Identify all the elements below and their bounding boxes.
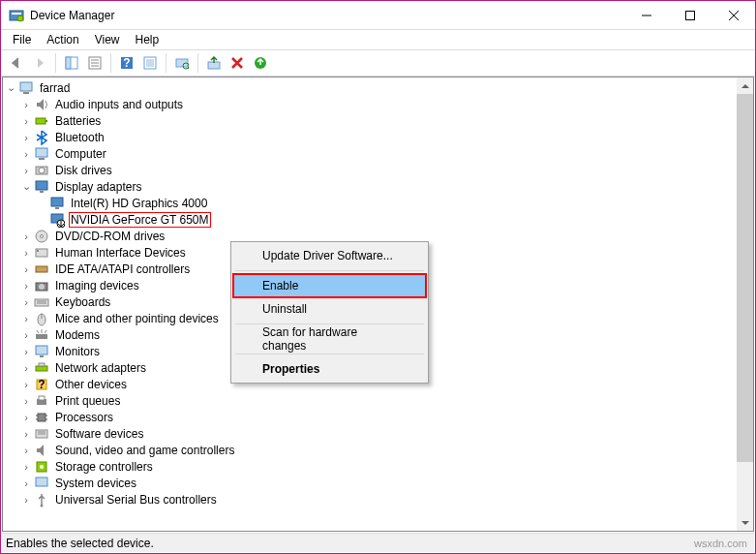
tree-node-system[interactable]: ›System devices — [3, 475, 753, 491]
tree-node-batteries[interactable]: ›Batteries — [3, 112, 753, 129]
enable-button[interactable] — [249, 51, 272, 75]
tree-node-intel-gpu[interactable]: Intel(R) HD Graphics 4000 — [3, 195, 753, 211]
svg-rect-33 — [55, 207, 59, 209]
node-label: Universal Serial Bus controllers — [53, 492, 219, 508]
scroll-up-button[interactable] — [737, 77, 753, 94]
tree-node-storage[interactable]: ›Storage controllers — [3, 458, 753, 475]
node-label: Display adapters — [53, 179, 143, 195]
tree-root[interactable]: ⌄ farrad — [3, 79, 753, 96]
uninstall-button[interactable] — [226, 51, 249, 75]
maximize-button[interactable] — [668, 1, 711, 29]
expand-icon[interactable]: › — [18, 459, 34, 475]
toolbar-separator — [110, 53, 111, 73]
vertical-scrollbar[interactable] — [737, 77, 753, 531]
ctx-scan[interactable]: Scan for hardware changes — [233, 327, 426, 351]
expand-icon[interactable]: › — [18, 426, 34, 442]
node-label: Processors — [53, 410, 115, 425]
tree-node-print[interactable]: ›Print queues — [3, 392, 753, 409]
expand-icon[interactable]: › — [18, 344, 34, 359]
expand-icon[interactable]: › — [18, 492, 34, 508]
window-title: Device Manager — [30, 9, 624, 22]
tree-node-bluetooth[interactable]: ›Bluetooth — [3, 129, 753, 145]
expand-icon[interactable]: › — [18, 163, 34, 178]
tree-node-computer[interactable]: ›Computer — [3, 145, 753, 162]
expand-icon[interactable]: › — [18, 278, 34, 293]
app-icon — [9, 8, 24, 23]
ctx-enable[interactable]: Enable — [233, 274, 426, 297]
scan-hardware-button[interactable] — [170, 51, 194, 75]
toolbar: ? — [1, 49, 755, 77]
tree-node-disk[interactable]: ›Disk drives — [3, 162, 753, 178]
expand-icon[interactable]: › — [18, 294, 34, 310]
svg-rect-50 — [40, 355, 44, 357]
expand-icon[interactable]: › — [18, 146, 34, 162]
show-hide-console-button[interactable] — [60, 51, 83, 75]
close-button[interactable] — [711, 1, 755, 29]
ctx-update-driver[interactable]: Update Driver Software... — [233, 244, 426, 267]
tree-node-processors[interactable]: ›Processors — [3, 409, 753, 425]
svg-rect-40 — [36, 266, 47, 272]
expand-icon[interactable]: › — [18, 229, 34, 244]
tree-node-software[interactable]: ›Software devices — [3, 425, 753, 442]
collapse-icon[interactable]: ⌄ — [18, 179, 34, 195]
expand-icon[interactable]: › — [18, 476, 34, 491]
expand-icon[interactable]: › — [18, 377, 34, 392]
usb-icon — [34, 492, 49, 508]
expand-icon[interactable]: › — [18, 410, 34, 425]
svg-text:?: ? — [38, 378, 45, 391]
ctx-properties[interactable]: Properties — [233, 357, 426, 381]
node-label: DVD/CD-ROM drives — [53, 229, 166, 244]
tree-node-nvidia-gpu[interactable]: NVIDIA GeForce GT 650M — [3, 211, 753, 228]
monitor-icon — [34, 344, 49, 359]
collapse-icon[interactable]: ⌄ — [3, 80, 18, 96]
tree-node-usb[interactable]: ›Universal Serial Bus controllers — [3, 491, 753, 508]
tree-node-audio[interactable]: ›Audio inputs and outputs — [3, 96, 753, 112]
svg-rect-48 — [36, 334, 47, 339]
storage-icon — [34, 459, 49, 475]
tree-node-sound[interactable]: ›Sound, video and game controllers — [3, 442, 753, 458]
expand-icon[interactable]: › — [18, 311, 34, 326]
menu-label: Scan for hardware changes — [262, 325, 397, 353]
expand-icon[interactable]: › — [18, 327, 34, 343]
menu-file[interactable]: File — [5, 31, 39, 48]
svg-text:?: ? — [123, 56, 130, 70]
expand-icon[interactable]: › — [18, 262, 34, 277]
expand-icon[interactable]: › — [18, 130, 34, 145]
scroll-thumb[interactable] — [737, 94, 753, 462]
expand-icon[interactable]: › — [18, 443, 34, 458]
bluetooth-icon — [34, 130, 49, 145]
expand-icon[interactable]: › — [18, 97, 34, 112]
expand-icon[interactable]: › — [18, 360, 34, 376]
expand-icon[interactable]: › — [18, 113, 34, 129]
node-label: Bluetooth — [53, 130, 106, 145]
expand-icon[interactable]: › — [18, 245, 34, 261]
network-icon — [34, 360, 49, 376]
tree-node-display[interactable]: ⌄Display adapters — [3, 178, 753, 195]
computer-icon — [34, 146, 49, 162]
minimize-button[interactable] — [624, 1, 668, 29]
svg-point-66 — [40, 465, 44, 469]
node-label: Audio inputs and outputs — [53, 97, 185, 112]
node-label: Software devices — [53, 426, 145, 442]
node-label: Imaging devices — [53, 278, 141, 293]
update-driver-button[interactable] — [202, 51, 226, 75]
menubar: File Action View Help — [1, 30, 755, 49]
ide-icon — [34, 262, 49, 277]
forward-button[interactable] — [28, 51, 51, 75]
menu-help[interactable]: Help — [128, 31, 167, 48]
menu-view[interactable]: View — [87, 31, 128, 48]
node-label: Sound, video and game controllers — [53, 443, 236, 458]
expand-icon[interactable]: › — [18, 393, 34, 409]
display-adapter-icon — [34, 179, 49, 195]
node-label: farrad — [38, 80, 72, 96]
properties-button[interactable] — [83, 51, 106, 75]
menu-action[interactable]: Action — [39, 31, 86, 48]
node-label: IDE ATA/ATAPI controllers — [53, 262, 192, 277]
scroll-down-button[interactable] — [737, 514, 753, 531]
ctx-uninstall[interactable]: Uninstall — [233, 297, 426, 321]
help-button[interactable]: ? — [115, 51, 138, 75]
svg-rect-51 — [36, 366, 47, 371]
action-button[interactable] — [138, 51, 162, 75]
back-button[interactable] — [5, 51, 28, 75]
system-icon — [34, 476, 49, 491]
